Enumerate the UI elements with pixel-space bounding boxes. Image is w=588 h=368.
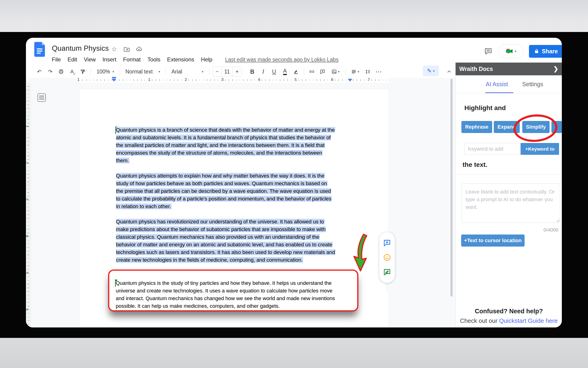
increase-font-button[interactable]: + <box>233 67 241 76</box>
insert-link-button[interactable] <box>307 67 316 76</box>
wraith-docs-sidebar: Wraith Docs ❯ AI Assist Settings Highlig… <box>455 63 562 327</box>
selected-paragraph-2[interactable]: Quantum physics attempts to explain how … <box>116 172 332 210</box>
quickstart-guide-link[interactable]: Quickstart Guide here <box>499 317 558 324</box>
vertical-ruler[interactable]: 1 2 3 4 5 6 <box>26 83 31 327</box>
menu-bar: File Edit View Insert Format Tools Exten… <box>52 56 338 63</box>
star-icon[interactable]: ☆ <box>111 46 118 53</box>
char-counter: 0/4000 <box>544 227 558 233</box>
font-size-value[interactable]: 11 <box>221 67 233 76</box>
last-edit-link[interactable]: Last edit was made seconds ago by Lokko … <box>225 56 338 63</box>
emoji-reaction-icon[interactable] <box>383 253 391 262</box>
sidebar-header: Wraith Docs ❯ <box>456 63 562 75</box>
highlight-color-button[interactable] <box>291 67 300 76</box>
print-button[interactable] <box>56 67 66 76</box>
document-title[interactable]: Quantum Physics <box>52 44 109 53</box>
sidebar-tabs: AI Assist Settings <box>456 75 562 93</box>
lock-icon <box>534 48 539 54</box>
menu-file[interactable]: File <box>52 56 61 63</box>
ai-prompt-textarea[interactable] <box>461 184 560 223</box>
comment-history-icon[interactable] <box>483 46 493 56</box>
google-docs-logo-icon[interactable] <box>34 42 45 57</box>
menu-extensions[interactable]: Extensions <box>167 56 194 63</box>
selected-paragraph-1[interactable]: Quantum physics is a branch of science t… <box>116 126 335 164</box>
text-to-cursor-button[interactable]: +Text to cursor location <box>461 235 525 247</box>
menu-insert[interactable]: Insert <box>103 56 116 63</box>
horizontal-ruler[interactable]: 1 1 2 3 4 5 6 7 <box>26 77 455 83</box>
first-line-indent-marker[interactable] <box>112 77 116 78</box>
document-outline-icon[interactable] <box>37 93 46 102</box>
left-indent-marker[interactable] <box>112 79 116 82</box>
selected-paragraph-3[interactable]: Quantum physics has revolutionized our u… <box>116 218 335 264</box>
tab-ai-assist[interactable]: AI Assist <box>486 81 508 88</box>
decrease-font-button[interactable]: − <box>213 67 221 76</box>
active-tab-underline <box>485 92 513 93</box>
text-color-button[interactable]: A <box>280 67 290 76</box>
paint-format-button[interactable] <box>78 67 88 76</box>
help-footer: Confused? Need help? Check out our Quick… <box>456 308 562 324</box>
insert-image-button[interactable]: ▾ <box>329 67 342 76</box>
meet-call-button[interactable]: ▾ <box>498 44 524 58</box>
paragraph-style-select[interactable]: Normal text▾ <box>123 69 163 75</box>
sidebar-title: Wraith Docs <box>459 65 493 72</box>
font-size-control: − 11 + <box>212 67 242 76</box>
screen: Quantum Physics ☆ File Edit View Insert … <box>0 0 588 368</box>
add-comment-button[interactable] <box>318 67 327 76</box>
rephrase-button[interactable]: Rephrase <box>461 121 492 133</box>
move-folder-icon[interactable] <box>123 46 130 53</box>
backdrop-bottom <box>0 338 588 368</box>
spell-check-button[interactable]: A✓ <box>67 67 77 76</box>
meet-dropdown-arrow[interactable]: ▾ <box>515 49 516 53</box>
the-text-label: the text. <box>463 161 487 168</box>
add-keyword-button[interactable]: +Keyword to <box>521 143 559 155</box>
selection-actions-pill <box>379 232 395 283</box>
menu-help[interactable]: Help <box>201 56 212 63</box>
highlight-heading: Highlight and <box>464 104 506 112</box>
document-scrollbar[interactable] <box>450 79 453 297</box>
zoom-select[interactable]: 100%▾ <box>94 69 116 75</box>
keyword-input[interactable] <box>464 143 521 155</box>
underline-button[interactable]: U <box>270 67 279 76</box>
simplify-button[interactable]: Simplify <box>522 121 550 133</box>
add-comment-icon[interactable] <box>383 239 391 247</box>
menu-format[interactable]: Format <box>123 56 141 63</box>
backdrop-top <box>0 0 588 32</box>
pencil-icon: ✎ <box>427 68 431 74</box>
menu-view[interactable]: View <box>84 56 96 63</box>
line-spacing-button[interactable] <box>363 67 372 76</box>
bold-button[interactable]: B <box>248 67 257 76</box>
share-button[interactable]: Share <box>529 45 562 58</box>
simplified-text-annotation-box: Quantum physics is the study of tiny par… <box>108 269 358 312</box>
toolbar: ↶ ↷ A✓ 100%▾ Normal text <box>35 65 383 78</box>
hide-menus-button[interactable] <box>444 66 454 77</box>
help-line: Check out our Quickstart Guide here <box>456 317 562 324</box>
italic-button[interactable]: I <box>259 67 268 76</box>
annotation-arrow-icon <box>351 233 370 273</box>
expand-button[interactable]: Expand <box>494 121 520 133</box>
editing-mode-button[interactable]: ✎▾ <box>423 65 439 76</box>
help-heading: Confused? Need help? <box>456 308 562 315</box>
menu-edit[interactable]: Edit <box>68 56 77 63</box>
align-button[interactable]: ▾ <box>349 67 362 76</box>
menu-tools[interactable]: Tools <box>148 56 160 63</box>
sidebar-divider <box>456 174 562 175</box>
google-docs-window: Quantum Physics ☆ File Edit View Insert … <box>26 38 562 327</box>
right-indent-marker[interactable] <box>348 79 352 82</box>
undo-button[interactable]: ↶ <box>35 67 44 76</box>
font-select[interactable]: Arial▾ <box>169 69 206 75</box>
pill-connector <box>386 283 387 291</box>
clipped-action-button[interactable] <box>552 121 562 133</box>
sidebar-close-icon[interactable]: ❯ <box>553 65 558 73</box>
meet-icon <box>506 48 513 54</box>
simplified-paragraph[interactable]: Quantum physics is the study of tiny par… <box>116 279 335 310</box>
tab-settings[interactable]: Settings <box>522 81 543 88</box>
more-options-button[interactable]: ⋯ <box>374 67 383 76</box>
redo-button[interactable]: ↷ <box>46 67 55 76</box>
cloud-status-icon[interactable] <box>136 46 143 53</box>
suggest-edits-icon[interactable] <box>383 268 391 276</box>
